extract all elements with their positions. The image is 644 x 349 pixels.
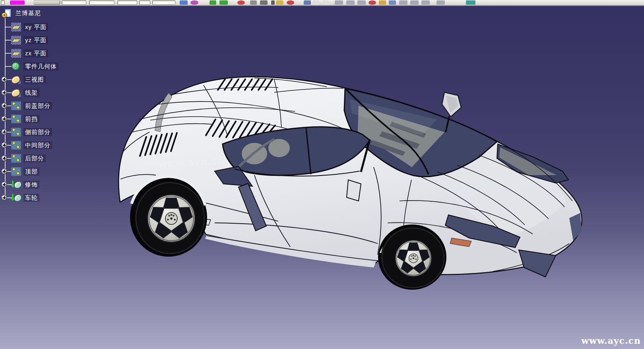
geometrical-set-hidden-icon — [11, 141, 21, 150]
expand-icon[interactable] — [1, 168, 7, 174]
tree-item-label[interactable]: zx 平面 — [23, 49, 48, 57]
clipboard-icon[interactable] — [322, 0, 329, 5]
arc-icon[interactable] — [260, 0, 268, 5]
combo-b[interactable] — [89, 0, 114, 5]
tree-item-label[interactable]: 车轮 — [23, 194, 39, 202]
site-watermark: www.ayc.cn — [581, 335, 641, 346]
tree-item-label[interactable]: 后部分 — [23, 154, 46, 162]
slash-icon[interactable] — [237, 0, 245, 5]
point-icon[interactable] — [271, 0, 275, 5]
ordered-geometrical-set-icon — [11, 193, 21, 202]
combo-d[interactable] — [139, 0, 150, 5]
catia-window: { "window": { "watermark": "www.ayc.cn",… — [0, 0, 644, 349]
side-mirror-left[interactable] — [347, 180, 361, 201]
tree-item-front-cover[interactable]: 前盖部分 — [11, 100, 52, 112]
tool-icon-6[interactable] — [421, 0, 430, 5]
plane-icon — [11, 23, 21, 31]
geometrical-set-hidden-icon — [11, 115, 21, 123]
tree-item-top[interactable]: 顶部 — [11, 166, 39, 177]
geometrical-set-icon — [11, 88, 21, 97]
color-swatch[interactable] — [10, 0, 25, 5]
update-icon[interactable] — [209, 0, 216, 5]
page-icon[interactable] — [313, 0, 319, 5]
tree-item-wheels[interactable]: 车轮 — [11, 192, 39, 204]
tree-item-label[interactable]: 三视图 — [23, 76, 46, 84]
top-toolbar — [0, 0, 644, 6]
expand-icon[interactable] — [1, 142, 7, 148]
tree-item-label[interactable]: xy 平面 — [23, 23, 48, 31]
geometrical-set-hidden-icon — [11, 101, 21, 110]
geometrical-set-icon — [11, 75, 21, 84]
graph-icon[interactable] — [180, 0, 188, 5]
tree-item-label[interactable]: 前挡 — [23, 115, 39, 123]
expand-icon[interactable] — [1, 195, 7, 201]
table-icon[interactable] — [276, 0, 283, 5]
tree-item-label[interactable]: 中间部分 — [23, 141, 52, 149]
expand-icon[interactable] — [1, 103, 7, 109]
tree-item-label[interactable]: 修饰 — [23, 181, 39, 189]
expand-icon[interactable] — [1, 116, 7, 122]
expand-icon[interactable] — [1, 155, 7, 161]
tree-item-partbody[interactable]: 零件几何体 — [11, 60, 58, 72]
partbody-icon — [11, 62, 21, 71]
tree-item-side-front[interactable]: 侧前部分 — [11, 126, 52, 138]
tool-icon-2[interactable] — [346, 0, 355, 5]
geometrical-set-hidden-icon — [11, 154, 21, 163]
combo-c[interactable] — [117, 0, 137, 5]
pencil-icon[interactable] — [250, 0, 257, 5]
plane-icon — [11, 36, 21, 45]
tree-root-item[interactable]: 兰博基尼 — [2, 7, 43, 19]
part-document-icon — [2, 9, 12, 18]
tree-root-label[interactable]: 兰博基尼 — [14, 9, 43, 17]
paint-icon[interactable] — [389, 0, 396, 5]
view-mode-combo[interactable] — [34, 0, 60, 5]
key-icon[interactable] — [379, 0, 386, 5]
tree-item-wireframe[interactable]: 线架 — [11, 87, 39, 99]
tree-item-trim[interactable]: 修饰 — [11, 179, 39, 191]
tree-item-xy-plane[interactable]: xy 平面 — [11, 21, 48, 33]
sphere-icon[interactable] — [190, 0, 198, 5]
tree-item-middle[interactable]: 中间部分 — [11, 139, 52, 151]
tree-item-label[interactable]: 前盖部分 — [23, 102, 52, 110]
tree-item-front-shield[interactable]: 前挡 — [11, 113, 39, 125]
tree-item-three-views[interactable]: 三视图 — [11, 74, 46, 86]
update-all-icon[interactable] — [219, 0, 228, 5]
tree-item-label[interactable]: yz 平面 — [23, 36, 48, 44]
forbid-icon-2[interactable] — [369, 0, 376, 5]
expand-icon[interactable] — [1, 181, 7, 187]
tree-item-yz-plane[interactable]: yz 平面 — [11, 34, 48, 46]
tool-icon-7[interactable] — [436, 0, 445, 5]
specification-tree: 兰博基尼 xy 平面 yz 平面 zx 平面 零件几何体 三视图 线架 前盖部分… — [0, 0, 103, 223]
tree-item-rear[interactable]: 后部分 — [11, 152, 46, 164]
tree-item-label[interactable]: 零件几何体 — [23, 62, 58, 70]
pen-icon[interactable] — [304, 0, 311, 5]
geometrical-set-hidden-icon — [11, 167, 21, 176]
combo-a[interactable] — [62, 0, 86, 5]
tree-item-zx-plane[interactable]: zx 平面 — [11, 47, 48, 59]
rear-wheel[interactable] — [130, 177, 207, 257]
tool-icon-3[interactable] — [357, 0, 366, 5]
forbid-icon[interactable] — [287, 0, 294, 5]
tree-item-label[interactable]: 线架 — [23, 89, 39, 97]
combo-e[interactable] — [152, 0, 175, 5]
tree-item-label[interactable]: 侧前部分 — [23, 128, 52, 136]
geometrical-set-hidden-icon — [11, 128, 21, 136]
measure-icon[interactable] — [466, 0, 475, 5]
expand-icon[interactable] — [1, 76, 7, 82]
tool-icon-5[interactable] — [410, 0, 419, 5]
tool-icon-1[interactable] — [335, 0, 343, 5]
expand-icon[interactable] — [1, 129, 7, 135]
blank-field[interactable] — [1, 0, 5, 5]
plane-icon — [11, 49, 21, 58]
ordered-geometrical-set-icon — [11, 180, 21, 189]
front-wheel[interactable] — [378, 224, 446, 290]
expand-icon[interactable] — [1, 90, 7, 96]
tool-icon-4[interactable] — [399, 0, 407, 5]
tree-item-label[interactable]: 顶部 — [23, 168, 39, 175]
